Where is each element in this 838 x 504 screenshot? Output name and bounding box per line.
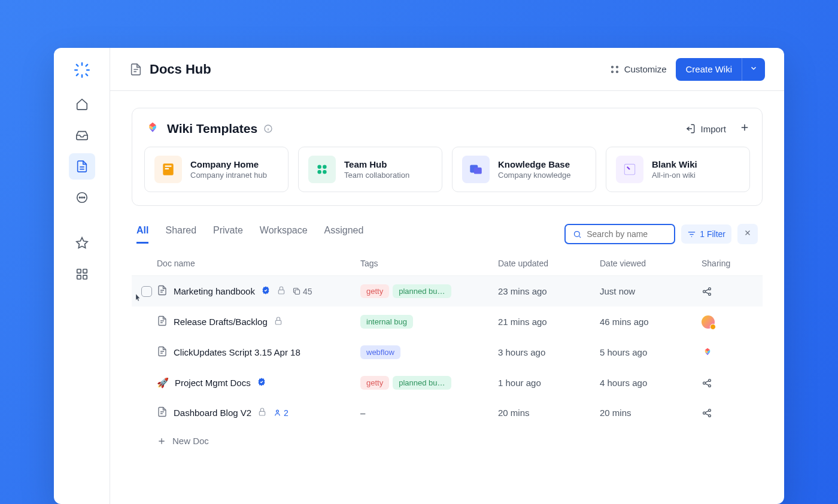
svg-point-12: [616, 71, 618, 72]
template-icon: [616, 156, 643, 183]
svg-rect-16: [165, 168, 169, 169]
row-tags: gettyplanned bu…: [360, 376, 498, 390]
doc-type-icon: [157, 346, 168, 359]
row-sharing[interactable]: [702, 315, 758, 329]
customize-button[interactable]: Customize: [610, 64, 667, 74]
table-row[interactable]: Marketing handbook 45 gettyplanned bu… 2…: [132, 276, 763, 306]
svg-rect-8: [83, 275, 86, 279]
tag: planned bu…: [393, 376, 451, 390]
plus-icon: [157, 436, 166, 446]
template-name: Team Hub: [344, 159, 409, 169]
docs-icon[interactable]: [69, 153, 95, 180]
svg-rect-5: [77, 269, 80, 273]
svg-rect-26: [295, 290, 300, 294]
tab-workspace[interactable]: Workspace: [260, 225, 308, 244]
row-viewed: 4 hours ago: [600, 378, 702, 388]
doc-type-icon: [157, 285, 168, 297]
home-icon[interactable]: [69, 91, 95, 117]
inbox-icon[interactable]: [69, 122, 95, 148]
import-icon: [685, 123, 696, 134]
search-input[interactable]: [587, 229, 667, 239]
template-name: Blank Wiki: [652, 159, 697, 169]
svg-point-28: [709, 287, 711, 290]
tag: webflow: [360, 345, 400, 359]
customize-icon: [610, 65, 620, 74]
template-item[interactable]: Knowledge Base Company knowledge: [452, 147, 596, 192]
create-wiki-dropdown[interactable]: [742, 58, 765, 81]
table-row[interactable]: Release Drafts/Backlog internal bug 21 m…: [132, 306, 763, 337]
row-sharing[interactable]: [702, 408, 758, 418]
tag: planned bu…: [393, 284, 451, 298]
import-button[interactable]: Import: [685, 123, 726, 134]
grid-icon[interactable]: [69, 261, 95, 287]
template-item[interactable]: Company Home Company intranet hub: [144, 147, 289, 192]
template-name: Knowledge Base: [498, 159, 570, 169]
create-wiki-button[interactable]: Create Wiki: [676, 58, 765, 81]
row-viewed: 5 hours ago: [600, 347, 702, 357]
table-row[interactable]: Dashboard Blog V2 2 – 20 mins 20 mins: [132, 398, 763, 427]
template-icon: [154, 156, 182, 183]
header: Docs Hub Customize Create Wiki: [110, 48, 784, 91]
svg-rect-15: [165, 166, 172, 167]
svg-point-10: [616, 66, 618, 68]
doc-type-icon: [157, 315, 168, 328]
template-item[interactable]: Blank Wiki All-in-on wiki: [606, 147, 750, 192]
templates-title: Wiki Templates: [167, 122, 257, 136]
row-updated: 21 mins ago: [498, 317, 600, 327]
create-wiki-label: Create Wiki: [676, 58, 742, 80]
app-logo: [72, 60, 92, 80]
star-icon[interactable]: [69, 230, 95, 256]
tab-assigned[interactable]: Assigned: [324, 225, 364, 244]
svg-rect-25: [278, 290, 284, 294]
info-icon[interactable]: [263, 124, 273, 133]
filter-close-button[interactable]: [737, 224, 758, 244]
new-doc-button[interactable]: New Doc: [132, 427, 763, 454]
table-row[interactable]: ClickUpdates Script 3.15 Apr 18 webflow …: [132, 337, 763, 368]
svg-point-3: [83, 197, 84, 198]
page-title: Docs Hub: [150, 62, 211, 77]
table-row[interactable]: 🚀 Project Mgmt Docs gettyplanned bu… 1 h…: [132, 368, 763, 398]
templates-card: Wiki Templates Import: [132, 108, 763, 206]
import-label: Import: [700, 124, 726, 134]
search-icon: [573, 230, 582, 239]
lock-icon: [257, 407, 267, 418]
add-template-button[interactable]: [739, 122, 750, 135]
main: Docs Hub Customize Create Wiki: [110, 48, 784, 504]
row-updated: 3 hours ago: [498, 347, 600, 357]
verified-icon: [261, 286, 271, 297]
row-sharing[interactable]: [702, 347, 758, 359]
row-sharing[interactable]: [702, 286, 758, 297]
svg-rect-22: [474, 168, 482, 174]
svg-marker-4: [76, 238, 87, 248]
svg-point-11: [611, 71, 613, 72]
svg-point-29: [709, 293, 711, 295]
column-updated: Date updated: [498, 259, 600, 268]
svg-rect-6: [83, 269, 86, 273]
tag: internal bug: [360, 315, 413, 329]
svg-point-24: [575, 231, 580, 236]
column-sharing: Sharing: [702, 259, 758, 268]
doc-name: Marketing handbook: [174, 286, 255, 296]
template-name: Company Home: [190, 159, 267, 169]
more-icon[interactable]: [69, 184, 95, 211]
tab-all[interactable]: All: [136, 225, 148, 244]
svg-point-38: [709, 414, 711, 417]
template-item[interactable]: Team Hub Team collaboration: [298, 147, 442, 192]
doc-name: ClickUpdates Script 3.15 Apr 18: [174, 347, 300, 357]
svg-point-18: [323, 165, 327, 169]
svg-rect-34: [259, 411, 265, 415]
filter-label: 1 Filter: [700, 229, 725, 239]
plus-icon: [739, 122, 750, 133]
row-sharing[interactable]: [702, 378, 758, 388]
tab-shared[interactable]: Shared: [165, 225, 196, 244]
chevron-down-icon: [749, 64, 758, 72]
close-icon: [743, 229, 752, 237]
svg-point-36: [703, 412, 706, 414]
tab-private[interactable]: Private: [213, 225, 243, 244]
row-tags: webflow: [360, 345, 498, 359]
avatar[interactable]: [702, 315, 715, 329]
new-doc-label: New Doc: [172, 436, 209, 446]
search-input-wrap[interactable]: [564, 224, 675, 244]
people-count: 2: [273, 408, 289, 418]
filter-button[interactable]: 1 Filter: [681, 224, 731, 244]
